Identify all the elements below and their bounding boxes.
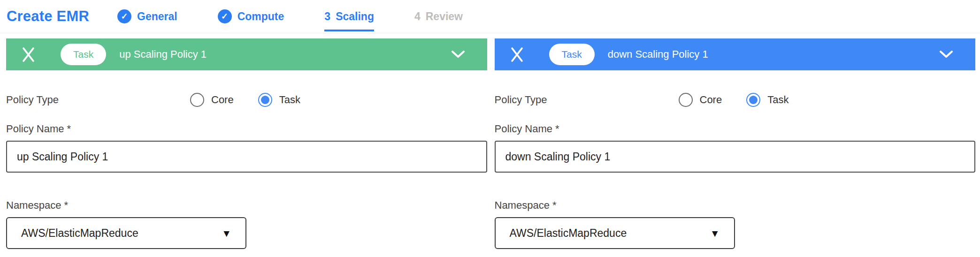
policy-type-badge: Task (549, 44, 595, 65)
step-number: 3 (324, 10, 330, 23)
radio-label: Task (767, 94, 789, 106)
policy-type-label: Policy Type (495, 94, 679, 106)
chevron-down-icon[interactable] (452, 51, 465, 58)
namespace-label: Namespace * (6, 199, 487, 212)
namespace-selected-value: AWS/ElasticMapReduce (21, 227, 138, 240)
close-icon[interactable] (510, 47, 524, 62)
policy-name-label: Policy Name * (6, 123, 487, 135)
policy-type-radio-group: Core Task (679, 93, 813, 107)
radio-label: Core (211, 94, 234, 106)
radio-circle-icon (190, 93, 204, 107)
namespace-selected-value: AWS/ElasticMapReduce (510, 227, 627, 240)
radio-circle-icon (258, 93, 272, 107)
step-number: 4 (414, 10, 421, 23)
namespace-label: Namespace * (495, 199, 976, 212)
radio-core[interactable]: Core (679, 93, 722, 107)
caret-down-icon: ▼ (710, 228, 720, 238)
step-review[interactable]: 4 Review (414, 8, 463, 24)
chevron-down-icon[interactable] (940, 51, 953, 58)
radio-task[interactable]: Task (258, 93, 300, 107)
close-icon[interactable] (21, 47, 36, 62)
policy-name-input[interactable] (495, 141, 976, 173)
step-label: Scaling (336, 10, 374, 23)
check-circle-icon: ✓ (218, 9, 232, 23)
policy-type-label: Policy Type (6, 94, 190, 106)
panel-down-scaling-policy: Task down Scaling Policy 1 Policy Type C… (495, 38, 976, 249)
caret-down-icon: ▼ (222, 228, 231, 238)
wizard-header: Create EMR ✓ General ✓ Compute 3 Scaling… (0, 0, 980, 33)
policy-header-bar[interactable]: Task down Scaling Policy 1 (495, 38, 976, 70)
radio-circle-icon (746, 93, 760, 107)
policy-type-row: Policy Type Core Task (6, 92, 487, 107)
radio-task[interactable]: Task (746, 93, 789, 107)
panel-up-scaling-policy: Task up Scaling Policy 1 Policy Type Cor… (6, 38, 487, 249)
radio-core[interactable]: Core (190, 93, 234, 107)
namespace-select[interactable]: AWS/ElasticMapReduce ▼ (495, 217, 735, 249)
step-label: Review (426, 10, 463, 23)
policy-header-bar[interactable]: Task up Scaling Policy 1 (6, 38, 487, 70)
radio-circle-icon (679, 93, 693, 107)
scaling-policies: Task up Scaling Policy 1 Policy Type Cor… (0, 33, 980, 249)
policy-bar-title: down Scaling Policy 1 (608, 48, 708, 60)
policy-type-badge: Task (61, 44, 106, 65)
policy-bar-title: up Scaling Policy 1 (119, 48, 207, 60)
step-label: General (137, 10, 177, 23)
step-compute[interactable]: ✓ Compute (218, 8, 284, 24)
page-title: Create EMR (7, 8, 89, 25)
radio-label: Task (279, 94, 300, 106)
policy-type-radio-group: Core Task (190, 93, 325, 107)
step-general[interactable]: ✓ General (117, 8, 177, 24)
policy-name-input[interactable] (6, 141, 487, 173)
namespace-select[interactable]: AWS/ElasticMapReduce ▼ (6, 217, 246, 249)
check-circle-icon: ✓ (117, 9, 131, 23)
policy-name-label: Policy Name * (495, 123, 976, 135)
policy-type-row: Policy Type Core Task (495, 92, 976, 107)
step-label: Compute (237, 10, 284, 23)
step-scaling[interactable]: 3 Scaling (324, 8, 374, 24)
radio-label: Core (700, 94, 722, 106)
